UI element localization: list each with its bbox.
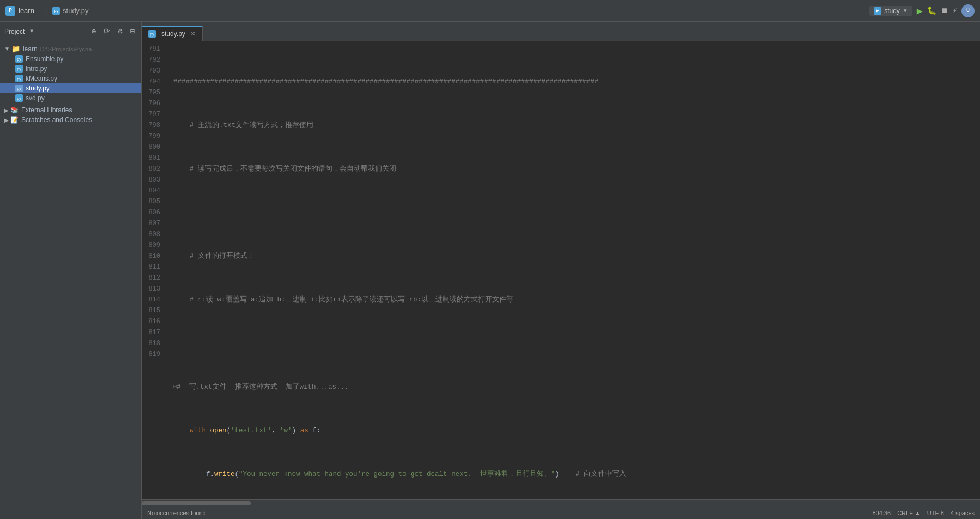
stop-button[interactable]: ⏹: [941, 7, 948, 15]
editor-area: py study.py ✕ 791 792 793 794 795 796 79…: [142, 22, 980, 519]
code-line-800: f.write("You never know what hand you're…: [173, 469, 976, 480]
sidebar-item-ensumble[interactable]: py Ensumble.py: [0, 54, 141, 64]
line-799: 799: [142, 131, 165, 142]
line-819: 819: [142, 349, 165, 360]
line-802: 802: [142, 164, 165, 174]
code-func-open: open: [210, 425, 227, 436]
code-text-800-p2: ): [555, 469, 576, 480]
code-line-795: # 文件的打开模式：: [173, 251, 976, 262]
code-line-793: # 读写完成后，不需要每次写关闭文件的语句，会自动帮我们关闭: [173, 164, 976, 174]
file-name-ensumble: Ensumble.py: [26, 55, 63, 63]
file-tree: ▼ 📁 learn D:\SProjects\Pycha... py Ensum…: [0, 41, 141, 519]
file-name-svd: svd.py: [26, 94, 45, 102]
code-text-799-indent: [173, 425, 190, 436]
sidebar-item-kmeans[interactable]: py kMeans.py: [0, 74, 141, 83]
code-text-792: [173, 120, 190, 131]
tab-filename: study.py: [161, 30, 185, 38]
line-814: 814: [142, 294, 165, 305]
encoding-label[interactable]: UTF-8: [927, 510, 944, 516]
line-808: 808: [142, 229, 165, 240]
sidebar: Project ▼ ⊕ ⟳ ⚙ ⊟ ▼ 📁 learn D:\SProjects…: [0, 22, 142, 519]
editor-tab-study[interactable]: py study.py ✕: [142, 26, 203, 41]
code-comment-795: # 文件的打开模式：: [190, 251, 255, 262]
status-bar: No occurrences found 804:36 CRLF ▲ UTF-8…: [142, 506, 980, 519]
line-numbers: 791 792 793 794 795 796 797 798 799 800 …: [142, 41, 169, 499]
sync-icon[interactable]: ⟳: [101, 26, 112, 37]
line-794: 794: [142, 76, 165, 87]
horizontal-scrollbar[interactable]: [142, 499, 980, 506]
editor-tab-bar: py study.py ✕: [142, 22, 980, 41]
root-folder-path: D:\SProjects\Pycha...: [40, 46, 97, 52]
code-text-799-f: f:: [308, 425, 321, 436]
sidebar-root-folder[interactable]: ▼ 📁 learn D:\SProjects\Pycha...: [0, 44, 141, 54]
sidebar-item-external-libraries[interactable]: ▶ 📚 External Libraries: [0, 105, 141, 115]
line-810: 810: [142, 251, 165, 262]
ext-lib-icon: 📚: [10, 106, 19, 114]
line-816: 816: [142, 316, 165, 327]
code-comment-798: # 写.txt文件 推荐这种方式 加了with...as...: [177, 382, 349, 393]
py-file-icon: py: [15, 55, 23, 63]
code-text-799-close: ): [292, 425, 300, 436]
line-805: 805: [142, 196, 165, 207]
sidebar-item-intro[interactable]: py intro.py: [0, 64, 141, 74]
code-line-798: ⊟# 写.txt文件 推荐这种方式 加了with...as...: [173, 382, 976, 393]
avatar[interactable]: U: [961, 4, 975, 17]
line-796: 796: [142, 98, 165, 109]
project-toolbar-label: Project: [4, 28, 25, 35]
code-text-793-indent: [173, 164, 190, 174]
collapse-icon[interactable]: ⊟: [128, 26, 137, 37]
sidebar-chevron-icon: ▼: [30, 28, 33, 34]
code-comment-796: # r:读 w:覆盖写 a:追加 b:二进制 +:比如r+表示除了读还可以写 r…: [190, 294, 513, 305]
run-config-dropdown-icon[interactable]: ▼: [903, 8, 908, 14]
settings-icon[interactable]: ⚙: [116, 26, 124, 37]
line-803: 803: [142, 174, 165, 185]
line-798: 798: [142, 120, 165, 131]
code-str-800: "You never know what hand you're going t…: [239, 469, 555, 480]
file-tab-icon: py: [52, 7, 60, 15]
line-806: 806: [142, 207, 165, 218]
line-ending[interactable]: CRLF ▲: [897, 510, 921, 516]
tab-close-button[interactable]: ✕: [190, 30, 196, 38]
code-content[interactable]: ########################################…: [169, 41, 980, 499]
indent-info[interactable]: 4 spaces: [951, 510, 975, 516]
line-811: 811: [142, 262, 165, 273]
code-str-799: 'test.txt': [231, 425, 271, 436]
run-config-icon: ▶: [874, 7, 881, 15]
file-name-intro: intro.py: [26, 65, 47, 73]
line-813: 813: [142, 283, 165, 294]
py-file-icon-intro: py: [15, 65, 23, 73]
code-text-799-comma: ,: [271, 425, 280, 436]
new-folder-icon[interactable]: ⊕: [89, 26, 98, 37]
sidebar-item-scratches[interactable]: ▶ 📝 Scratches and Consoles: [0, 115, 141, 125]
ext-lib-chevron-icon: ▶: [4, 107, 9, 113]
scratches-label: Scratches and Consoles: [21, 116, 92, 124]
line-791: 791: [142, 44, 165, 55]
file-name-kmeans: kMeans.py: [26, 75, 57, 82]
coverage-button[interactable]: ⚡: [953, 6, 957, 15]
sidebar-toolbar: Project ▼ ⊕ ⟳ ⚙ ⊟: [0, 22, 141, 41]
root-folder-icon: 📁: [11, 45, 20, 53]
scrollbar-thumb[interactable]: [142, 501, 251, 505]
code-text-796-indent: [173, 294, 190, 305]
code-line-791: ########################################…: [173, 76, 976, 87]
line-795: 795: [142, 87, 165, 98]
external-libraries-label: External Libraries: [21, 106, 72, 114]
line-804: 804: [142, 185, 165, 196]
sidebar-item-svd[interactable]: py svd.py: [0, 93, 141, 103]
line-792: 792: [142, 55, 165, 65]
code-comment-793: # 读写完成后，不需要每次写关闭文件的语句，会自动帮我们关闭: [190, 164, 396, 174]
code-text-800-p1: (: [235, 469, 239, 480]
debug-button[interactable]: 🐛: [927, 6, 936, 15]
no-occurrences-label: No occurrences found: [147, 510, 206, 516]
cursor-position[interactable]: 804:36: [872, 510, 891, 516]
run-config[interactable]: ▶ study ▼: [869, 6, 912, 16]
line-807: 807: [142, 218, 165, 229]
line-801: 801: [142, 153, 165, 164]
main-layout: Project ▼ ⊕ ⟳ ⚙ ⊟ ▼ 📁 learn D:\SProjects…: [0, 22, 980, 519]
code-text-795-indent: [173, 251, 190, 262]
code-text-791: ########################################…: [173, 76, 598, 87]
sidebar-item-study[interactable]: py study.py: [0, 83, 141, 93]
code-line-796: # r:读 w:覆盖写 a:追加 b:二进制 +:比如r+表示除了读还可以写 r…: [173, 294, 976, 305]
code-line-792: # 主流的.txt文件读写方式，推荐使用: [173, 120, 976, 131]
run-button[interactable]: ▶: [917, 5, 923, 17]
